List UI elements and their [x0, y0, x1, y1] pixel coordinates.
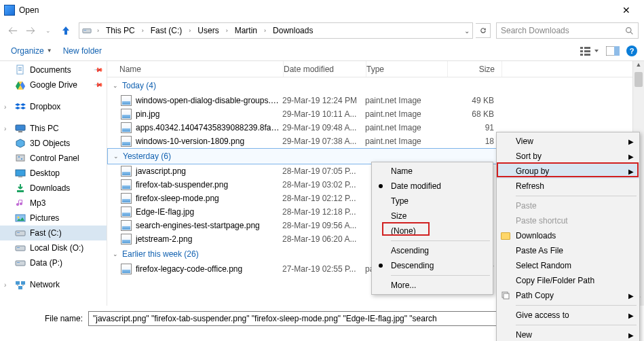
sidebar-item-label: Network: [30, 280, 60, 289]
menu-item-sort-by[interactable]: Sort by▶: [497, 149, 639, 164]
file-name: jetstream-2.png: [136, 234, 282, 244]
sidebar: Documents📌Google Drive📌›Dropbox›This PC3…: [0, 61, 107, 306]
new-folder-button[interactable]: New folder: [59, 43, 106, 58]
image-file-icon: [121, 136, 132, 147]
scroll-thumb[interactable]: [634, 72, 643, 87]
pathcopy-icon: [501, 291, 510, 300]
menu-item-new[interactable]: New▶: [497, 327, 639, 341]
file-size: 68 KB: [447, 109, 501, 119]
group-header[interactable]: ⌄Today (4): [107, 77, 644, 94]
menu-item-paste-as-file[interactable]: Paste As File: [497, 243, 639, 258]
sidebar-item-google-drive[interactable]: Google Drive📌: [0, 77, 107, 92]
menu-item-name[interactable]: Name: [372, 164, 493, 179]
sidebar-item-this-pc[interactable]: ›This PC: [0, 121, 107, 136]
doc-icon: [15, 65, 26, 75]
file-name: firefox-sleep-mode.png: [136, 194, 282, 203]
help-button[interactable]: ?: [626, 46, 637, 56]
breadcrumb-seg[interactable]: This PC: [105, 26, 136, 35]
forward-button[interactable]: 🡢: [23, 23, 38, 38]
sidebar-item-label: Control Panel: [30, 154, 79, 163]
context-menu: View▶Sort by▶Group by▶RefreshPastePaste …: [496, 132, 640, 341]
image-file-icon: [121, 95, 132, 106]
menu-item-paste-shortcut: Paste shortcut: [497, 213, 639, 228]
scroll-up-icon[interactable]: ▲: [633, 61, 644, 72]
chevron-right-icon: ›: [139, 27, 147, 34]
menu-item-copy-file-folder-path[interactable]: Copy File/Folder Path: [497, 273, 639, 288]
chevron-down-icon[interactable]: ⌄: [113, 153, 119, 160]
recent-dropdown[interactable]: ⌄: [41, 23, 56, 38]
file-name: Edge-IE-flag.jpg: [136, 207, 282, 217]
preview-pane-button[interactable]: [606, 46, 620, 56]
col-name[interactable]: Name: [107, 61, 284, 77]
menu-item-view[interactable]: View▶: [497, 134, 639, 149]
menu-item-size[interactable]: Size: [372, 209, 493, 223]
sidebar-item-dropbox[interactable]: ›Dropbox: [0, 99, 107, 114]
svg-rect-23: [17, 190, 24, 192]
file-date: 29-Mar-19 12:24 PM: [282, 96, 365, 105]
sidebar-item-label: Fast (C:): [30, 228, 62, 238]
refresh-button[interactable]: [476, 23, 491, 38]
menu-item-refresh[interactable]: Refresh: [497, 179, 639, 194]
menu-item-path-copy[interactable]: Path Copy▶: [497, 288, 639, 303]
chevron-down-icon[interactable]: ⌄: [113, 251, 118, 257]
back-button[interactable]: 🡠: [5, 23, 20, 38]
breadcrumb-seg[interactable]: Downloads: [271, 26, 314, 35]
chevron-down-icon[interactable]: ⌄: [113, 82, 118, 89]
sidebar-item-control-panel[interactable]: Control Panel: [0, 151, 107, 166]
menu-item-select-random[interactable]: Select Random: [497, 258, 639, 273]
sidebar-item-pictures[interactable]: Pictures: [0, 211, 107, 226]
sidebar-item-label: Mp3: [30, 198, 45, 208]
sidebar-item-data-p-[interactable]: Data (P:): [0, 255, 107, 270]
sidebar-item-desktop[interactable]: Desktop: [0, 166, 107, 181]
sidebar-item-fast-c-[interactable]: Fast (C:): [0, 226, 107, 240]
sidebar-item-documents[interactable]: Documents📌: [0, 62, 107, 77]
svg-rect-4: [580, 47, 583, 49]
sidebar-item-mp3[interactable]: Mp3: [0, 196, 107, 211]
file-name: firefox-legacy-code-office.png: [136, 264, 282, 274]
breadcrumb-seg[interactable]: Users: [196, 26, 220, 35]
sidebar-item-network[interactable]: ›Network: [0, 277, 107, 292]
sidebar-item-label: Desktop: [30, 168, 60, 178]
file-row[interactable]: windows-open-dialog-disable-groups.png29…: [107, 94, 644, 107]
breadcrumb-seg[interactable]: Martin: [233, 26, 259, 35]
menu-item-give-access-to[interactable]: Give access to▶: [497, 308, 639, 323]
menu-item--none-[interactable]: (None): [372, 223, 493, 238]
sidebar-item-local-disk-o-[interactable]: Local Disk (O:): [0, 240, 107, 255]
menu-item-ascending[interactable]: Ascending: [372, 243, 493, 258]
menu-item-label: Name: [391, 166, 413, 176]
chevron-right-icon: ›: [223, 27, 231, 34]
address-bar[interactable]: › This PC › Fast (C:) › Users › Martin ›…: [79, 22, 473, 39]
chevron-down-icon[interactable]: ⌄: [464, 27, 470, 35]
sidebar-item-downloads[interactable]: Downloads: [0, 181, 107, 196]
svg-rect-6: [580, 54, 583, 56]
network-icon: [15, 279, 26, 290]
sidebar-item-label: Dropbox: [30, 102, 60, 111]
svg-rect-0: [83, 29, 91, 33]
pc-icon: [15, 123, 26, 134]
file-date: 28-Mar-19 06:20 A...: [282, 234, 365, 244]
col-type[interactable]: Type: [366, 61, 448, 77]
up-button[interactable]: [58, 23, 73, 38]
menu-item-type[interactable]: Type: [372, 194, 493, 209]
organize-button[interactable]: Organize▼: [7, 43, 56, 58]
menu-item-descending[interactable]: Descending: [372, 258, 493, 273]
menu-item-date-modified[interactable]: Date modified: [372, 179, 493, 194]
col-size[interactable]: Size: [448, 61, 502, 77]
close-button[interactable]: ✕: [613, 5, 640, 16]
menu-item-more-[interactable]: More...: [372, 278, 493, 293]
chevron-right-icon[interactable]: ›: [4, 125, 11, 132]
file-date: 28-Mar-19 12:18 P...: [282, 207, 365, 217]
col-date[interactable]: Date modified: [284, 61, 366, 77]
drive-icon: [15, 257, 26, 268]
menu-item-group-by[interactable]: Group by▶: [497, 164, 639, 179]
view-options-button[interactable]: [580, 46, 599, 56]
breadcrumb-seg[interactable]: Fast (C:): [149, 26, 184, 35]
app-icon: [4, 5, 15, 16]
chevron-right-icon[interactable]: ›: [4, 103, 11, 111]
search-input[interactable]: Search Downloads: [496, 22, 639, 39]
menu-item-downloads[interactable]: Downloads: [497, 228, 639, 243]
chevron-right-icon[interactable]: ›: [4, 281, 11, 289]
svg-rect-18: [16, 155, 24, 161]
sidebar-item-3d-objects[interactable]: 3D Objects: [0, 136, 107, 151]
file-row[interactable]: pin.jpg29-Mar-19 10:11 A...paint.net Ima…: [107, 107, 644, 121]
